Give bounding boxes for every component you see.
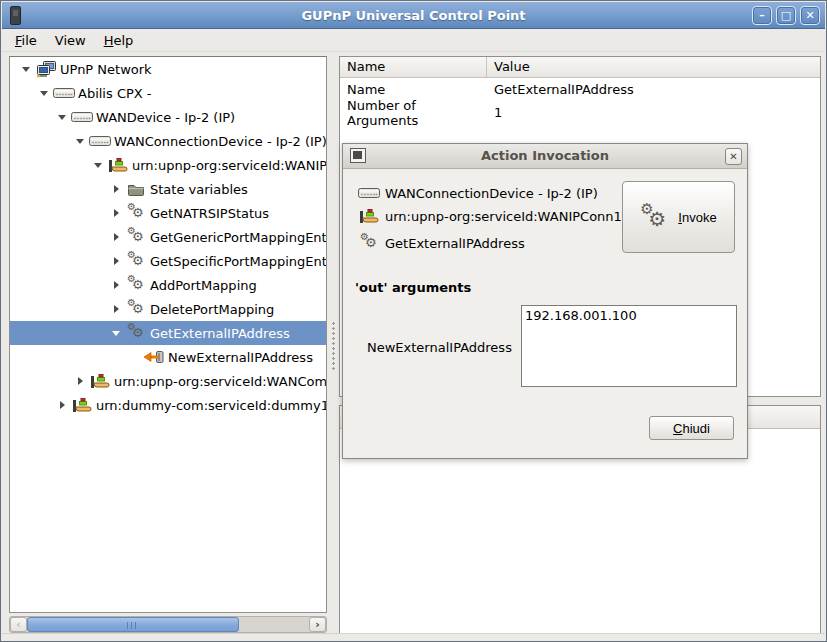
device-icon — [88, 135, 112, 147]
folder-icon — [124, 182, 148, 196]
tree-item-label: GetGenericPortMappingEnt — [150, 230, 326, 245]
argument-value-field[interactable]: 192.168.001.100 — [521, 305, 737, 387]
property-name: Number of Arguments — [340, 98, 487, 128]
service-icon — [70, 397, 94, 413]
expander-open-icon[interactable] — [54, 115, 70, 120]
close-button[interactable]: ✕ — [800, 6, 820, 25]
invoke-button[interactable]: ⚙⚙Invoke — [622, 181, 735, 253]
tree-item-label: urn:dummy-com:serviceId:dummy1 — [96, 398, 326, 413]
tree-item-urn-dummy-com-serviceid-dummy1[interactable]: urn:dummy-com:serviceId:dummy1 — [10, 393, 326, 417]
action-invocation-dialog: Action Invocation ✕ WANConnectionDevice … — [342, 143, 748, 459]
expander-closed-icon[interactable] — [108, 281, 124, 289]
expander-closed-icon[interactable] — [108, 233, 124, 241]
tree-item-deleteportmapping[interactable]: ⚙⚙DeletePortMapping — [10, 297, 326, 321]
dialog-titlebar[interactable]: Action Invocation ✕ — [343, 144, 747, 169]
out-arguments-heading: 'out' arguments — [355, 280, 471, 295]
column-header-name[interactable]: Name — [340, 57, 487, 77]
tree-item-urn-upnp-org-serviceid-wanip[interactable]: urn:upnp-org:serviceId:WANIP — [10, 153, 326, 177]
tree-item-wanconnectiondevice-ip-2-ip[interactable]: WANConnectionDevice - Ip-2 (IP) — [10, 129, 326, 153]
tree-item-label: WANDevice - Ip-2 (IP) — [96, 110, 235, 125]
menubar: FileViewHelp — [2, 29, 825, 52]
scroll-right-icon[interactable]: › — [309, 617, 326, 632]
tree-item-state-variables[interactable]: State variables — [10, 177, 326, 201]
tree-item-getgenericportmappingent[interactable]: ⚙⚙GetGenericPortMappingEnt — [10, 225, 326, 249]
device-icon — [357, 187, 381, 199]
dialog-context-text: WANConnectionDevice - Ip-2 (IP) — [385, 186, 598, 201]
dialog-context-wanconnectiondevice-ip-2-ip: WANConnectionDevice - Ip-2 (IP) — [357, 182, 598, 204]
gears-icon: ⚙⚙ — [124, 324, 148, 342]
dialog-context-text: GetExternalIPAddress — [385, 236, 525, 251]
main-window: GUPnP Universal Control Point – □ ✕ File… — [0, 0, 827, 642]
menu-view[interactable]: View — [46, 31, 95, 50]
network-icon — [34, 61, 58, 78]
tree-item-abilis-cpx[interactable]: Abilis CPX - — [10, 81, 326, 105]
maximize-button[interactable]: □ — [776, 6, 796, 25]
expander-closed-icon[interactable] — [108, 305, 124, 313]
tree-item-label: urn:upnp-org:serviceId:WANIP — [132, 158, 326, 173]
tree-item-upnp-network[interactable]: UPnP Network — [10, 57, 326, 81]
dialog-close-button[interactable]: ✕ — [725, 148, 742, 165]
tree-item-label: NewExternalIPAddress — [168, 350, 313, 365]
menu-file[interactable]: File — [6, 31, 46, 50]
column-header-value[interactable]: Value — [487, 57, 820, 77]
service-icon — [88, 373, 112, 389]
gears-icon: ⚙⚙ — [124, 204, 148, 222]
device-icon — [52, 87, 76, 99]
window-title: GUPnP Universal Control Point — [2, 8, 825, 23]
gears-icon: ⚙⚙ — [124, 276, 148, 294]
scroll-left-icon[interactable]: ‹ — [10, 617, 27, 632]
expander-open-icon[interactable] — [72, 139, 88, 144]
gears-icon: ⚙⚙ — [124, 228, 148, 246]
tree-item-getspecificportmappingent[interactable]: ⚙⚙GetSpecificPortMappingEnt — [10, 249, 326, 273]
argument-label: NewExternalIPAddress — [367, 340, 512, 355]
tree-item-label: DeletePortMapping — [150, 302, 274, 317]
tree-item-label: WANConnectionDevice - Ip-2 (IP) — [114, 134, 326, 149]
tree-item-label: urn:upnp-org:serviceId:WANCom — [114, 374, 326, 389]
service-icon — [357, 208, 381, 224]
tree-item-getnatrsipstatus[interactable]: ⚙⚙GetNATRSIPStatus — [10, 201, 326, 225]
device-tree[interactable]: UPnP NetworkAbilis CPX -WANDevice - Ip-2… — [9, 56, 327, 613]
device-icon — [70, 111, 94, 123]
expander-open-icon[interactable] — [18, 67, 34, 72]
dialog-close-action-button[interactable]: Chiudi — [649, 416, 734, 440]
statusbar — [2, 633, 825, 640]
menu-help[interactable]: Help — [95, 31, 143, 50]
tree-item-addportmapping[interactable]: ⚙⚙AddPortMapping — [10, 273, 326, 297]
details-column-header[interactable]: NameValue — [340, 57, 820, 78]
dialog-title: Action Invocation — [343, 148, 747, 163]
tree-item-label: Abilis CPX - — [78, 86, 152, 101]
property-name: Name — [340, 82, 487, 97]
expander-open-icon[interactable] — [108, 331, 124, 336]
tree-item-getexternalipaddress[interactable]: ⚙⚙GetExternalIPAddress — [10, 321, 326, 345]
outarg-icon — [142, 350, 166, 364]
tree-item-urn-upnp-org-serviceid-wancom[interactable]: urn:upnp-org:serviceId:WANCom — [10, 369, 326, 393]
splitter-grip-icon — [331, 321, 336, 371]
tree-item-wandevice-ip-2-ip[interactable]: WANDevice - Ip-2 (IP) — [10, 105, 326, 129]
expander-closed-icon[interactable] — [108, 209, 124, 217]
tree-horizontal-scrollbar[interactable]: ‹ › — [9, 616, 327, 633]
gears-icon: ⚙⚙ — [357, 234, 381, 252]
scrollbar-thumb[interactable] — [27, 617, 239, 632]
expander-open-icon[interactable] — [36, 91, 52, 96]
gears-icon: ⚙⚙ — [640, 203, 670, 231]
tree-item-label: UPnP Network — [60, 62, 152, 77]
gears-icon: ⚙⚙ — [124, 300, 148, 318]
expander-closed-icon[interactable] — [72, 377, 88, 385]
expander-closed-icon[interactable] — [108, 257, 124, 265]
pane-splitter[interactable] — [327, 56, 339, 633]
tree-item-label: AddPortMapping — [150, 278, 257, 293]
dialog-context-urn-upnp-org-serviceid-wanipconn1: urn:upnp-org:serviceId:WANIPConn1 — [357, 205, 622, 227]
tree-item-label: GetSpecificPortMappingEnt — [150, 254, 326, 269]
expander-open-icon[interactable] — [90, 163, 106, 168]
property-value: 1 — [487, 105, 502, 120]
expander-closed-icon[interactable] — [108, 185, 124, 193]
dialog-context-text: urn:upnp-org:serviceId:WANIPConn1 — [385, 209, 622, 224]
gears-icon: ⚙⚙ — [124, 252, 148, 270]
property-value: GetExternalIPAddress — [487, 82, 634, 97]
tree-item-newexternalipaddress[interactable]: NewExternalIPAddress — [10, 345, 326, 369]
minimize-button[interactable]: – — [752, 6, 772, 25]
titlebar[interactable]: GUPnP Universal Control Point – □ ✕ — [2, 2, 825, 29]
tree-item-label: GetNATRSIPStatus — [150, 206, 269, 221]
property-row[interactable]: Number of Arguments1 — [340, 101, 820, 124]
expander-closed-icon[interactable] — [54, 401, 70, 409]
